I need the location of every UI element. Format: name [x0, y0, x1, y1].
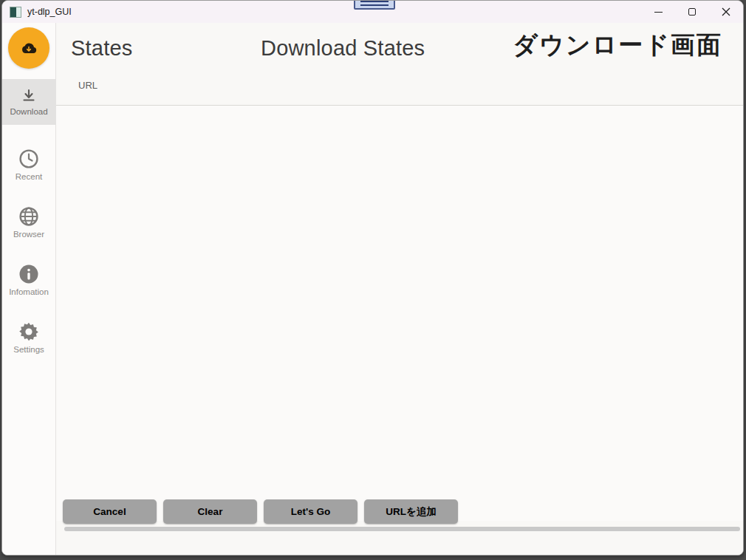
snap-layout-indicator — [354, 0, 395, 10]
sidebar-item-label: Settings — [13, 345, 44, 354]
page-title-japanese: ダウンロード画面 — [513, 29, 722, 62]
horizontal-scrollbar[interactable] — [64, 527, 740, 531]
footer-button-row: Cancel Clear Let's Go URLを追加 — [63, 499, 458, 524]
close-icon — [722, 7, 730, 16]
url-column-header: URL — [78, 80, 97, 91]
gear-icon — [18, 321, 39, 342]
maximize-icon — [688, 8, 696, 16]
sidebar-item-infomation[interactable]: Infomation — [2, 253, 56, 307]
clock-icon — [18, 148, 39, 169]
clear-button[interactable]: Clear — [163, 499, 257, 524]
window-controls — [641, 1, 743, 23]
globe-icon — [18, 206, 39, 227]
app-logo-button[interactable] — [8, 27, 49, 69]
sidebar-item-settings[interactable]: Settings — [2, 311, 56, 364]
sidebar-item-label: Browser — [13, 230, 44, 239]
add-url-button[interactable]: URLを追加 — [364, 499, 458, 524]
sidebar-item-browser[interactable]: Browser — [2, 196, 56, 249]
page-title-states: States — [71, 36, 132, 61]
info-icon — [18, 264, 39, 284]
cloud-download-icon — [20, 41, 38, 55]
sidebar-item-label: Infomation — [9, 287, 49, 296]
download-list-area[interactable] — [56, 106, 743, 521]
app-window: yt-dlp_GUI — [1, 0, 744, 556]
download-icon — [21, 88, 37, 104]
window-title: yt-dlp_GUI — [27, 7, 72, 17]
sidebar-item-recent[interactable]: Recent — [2, 138, 56, 191]
title-bar: yt-dlp_GUI — [2, 1, 743, 23]
maximize-button[interactable] — [675, 1, 709, 23]
page-title-download-states: Download States — [261, 36, 425, 61]
sidebar-item-label: Download — [10, 107, 47, 116]
app-icon — [10, 7, 21, 18]
lets-go-button[interactable]: Let's Go — [264, 499, 357, 524]
cancel-button[interactable]: Cancel — [63, 499, 157, 524]
minimize-icon — [654, 12, 663, 13]
sidebar-item-download[interactable]: Download — [2, 79, 56, 125]
sidebar-item-label: Recent — [16, 172, 42, 181]
download-page: States Download States ダウンロード画面 URL Canc… — [56, 23, 743, 556]
minimize-button[interactable] — [641, 1, 675, 23]
close-button[interactable] — [709, 1, 743, 23]
sidebar: Download Recent Browser — [2, 23, 56, 556]
